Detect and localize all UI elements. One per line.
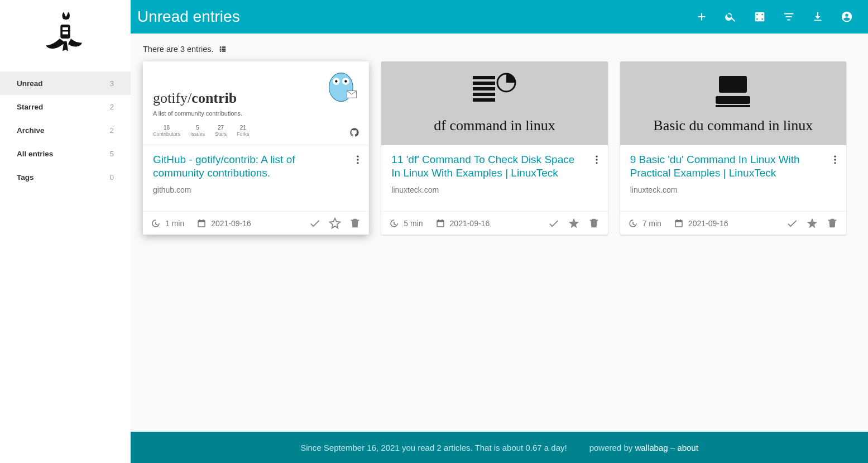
svg-rect-4 <box>222 46 226 47</box>
sidebar-item-label: Tags <box>17 173 34 182</box>
content-area: There are 3 entries. gotify/contribA lis… <box>131 34 868 432</box>
sidebar-item-unread[interactable]: Unread3 <box>0 71 131 95</box>
add-button[interactable] <box>687 0 716 34</box>
entry-menu-button[interactable] <box>352 153 363 166</box>
svg-rect-2 <box>63 32 68 35</box>
filter-button[interactable] <box>774 0 803 34</box>
delete-button[interactable] <box>826 217 838 230</box>
hdd-icon <box>708 73 758 112</box>
sidebar-item-label: Archive <box>17 126 45 135</box>
svg-rect-19 <box>473 98 495 102</box>
star-button[interactable] <box>568 217 580 230</box>
entry-card-body: 9 Basic 'du' Command In Linux With Pract… <box>620 145 846 211</box>
timer-icon <box>151 218 161 228</box>
delete-button[interactable] <box>349 217 361 230</box>
svg-rect-15 <box>473 76 495 79</box>
sidebar-item-starred[interactable]: Starred2 <box>0 95 131 118</box>
entry-domain[interactable]: linuxteck.com <box>630 185 836 194</box>
filter-icon <box>783 11 795 23</box>
sidebar-item-label: Starred <box>17 103 43 111</box>
entry-card-footer: 1 min2021-09-16 <box>143 211 369 235</box>
svg-rect-22 <box>716 96 750 104</box>
entry-preview[interactable]: Basic du command in linux <box>620 61 846 145</box>
entry-read-time: 7 min <box>642 219 661 228</box>
svg-rect-3 <box>219 46 220 47</box>
svg-point-12 <box>335 80 338 82</box>
footer-stats: Since September 16, 2021 you read 2 arti… <box>300 443 567 452</box>
timer-icon <box>628 218 638 228</box>
svg-rect-6 <box>222 49 226 50</box>
export-button[interactable] <box>803 0 832 34</box>
star-button[interactable] <box>329 217 341 230</box>
svg-rect-7 <box>219 50 220 51</box>
entry-title-link[interactable]: GitHub - gotify/contrib: A list of commu… <box>153 153 359 180</box>
sidebar-item-archive[interactable]: Archive2 <box>0 118 131 142</box>
svg-rect-21 <box>719 76 747 93</box>
topbar: Unread entries <box>131 0 868 34</box>
entry-card-body: 11 'df' Command To Check Disk Space In L… <box>381 145 607 211</box>
sidebar-item-label: Unread <box>17 79 43 88</box>
sidebar: Unread3Starred2Archive2All entries5Tags0 <box>0 0 131 463</box>
entry-menu-button[interactable] <box>829 153 841 166</box>
entry-domain[interactable]: github.com <box>153 185 359 194</box>
download-icon <box>812 11 824 23</box>
entry-read-time: 1 min <box>165 219 184 228</box>
gopher-icon <box>323 67 361 105</box>
brand-logo[interactable] <box>0 0 131 71</box>
dice-icon <box>754 11 766 23</box>
entry-card-body: GitHub - gotify/contrib: A list of commu… <box>143 145 369 211</box>
gh-repo-title: gotify/contrib <box>153 90 237 107</box>
footer-about-link[interactable]: about <box>677 443 698 452</box>
gh-stats-row: 18Contributors5Issues27Stars21Forks <box>153 125 250 137</box>
entries-summary-row: There are 3 entries. <box>143 45 856 54</box>
sidebar-item-count: 3 <box>109 79 114 88</box>
delete-button[interactable] <box>588 217 600 230</box>
entry-menu-button[interactable] <box>591 153 602 166</box>
calendar-icon <box>674 218 684 228</box>
entry-title-link[interactable]: 11 'df' Command To Check Disk Space In L… <box>391 153 597 180</box>
entry-card-footer: 7 min2021-09-16 <box>620 211 846 235</box>
sidebar-nav: Unread3Starred2Archive2All entries5Tags0 <box>0 71 131 189</box>
entry-title-link[interactable]: 9 Basic 'du' Command In Linux With Pract… <box>630 153 836 180</box>
star-button[interactable] <box>806 217 818 230</box>
entry-preview[interactable]: df command in linux <box>381 61 607 145</box>
footer-powered-by: powered by wallabag – about <box>589 443 698 452</box>
sidebar-item-count: 5 <box>109 150 114 158</box>
footer-brand-link[interactable]: wallabag <box>635 443 668 452</box>
sidebar-item-tags[interactable]: Tags0 <box>0 165 131 189</box>
page-title: Unread entries <box>137 8 240 26</box>
svg-rect-5 <box>219 49 220 50</box>
svg-rect-23 <box>716 105 750 107</box>
entry-preview[interactable]: gotify/contribA list of community contri… <box>143 61 369 145</box>
entries-summary-text: There are 3 entries. <box>143 45 214 54</box>
entry-domain[interactable]: linuxteck.com <box>391 185 597 194</box>
list-view-toggle[interactable] <box>218 45 227 53</box>
sidebar-item-all-entries[interactable]: All entries5 <box>0 142 131 165</box>
svg-rect-17 <box>473 87 495 90</box>
plus-icon <box>696 11 708 23</box>
entry-card-footer: 5 min2021-09-16 <box>381 211 607 235</box>
search-button[interactable] <box>716 0 745 34</box>
random-button[interactable] <box>745 0 774 34</box>
sidebar-item-label: All entries <box>17 150 53 158</box>
entry-card: df command in linux11 'df' Command To Ch… <box>381 61 607 235</box>
calendar-icon <box>196 218 207 228</box>
account-button[interactable] <box>832 0 861 34</box>
github-icon <box>350 128 359 137</box>
sidebar-item-count: 2 <box>109 103 114 111</box>
entry-read-time: 5 min <box>404 219 423 228</box>
mark-read-button[interactable] <box>786 217 798 230</box>
sidebar-item-count: 2 <box>109 126 114 135</box>
svg-point-13 <box>345 80 347 82</box>
entry-card-grid: gotify/contribA list of community contri… <box>143 61 846 235</box>
calendar-icon <box>435 218 445 228</box>
entry-preview-label: df command in linux <box>434 117 555 134</box>
svg-rect-8 <box>222 50 226 51</box>
mark-read-button[interactable] <box>548 217 560 230</box>
timer-icon <box>389 218 399 228</box>
entry-preview-label: Basic du command in linux <box>653 117 813 134</box>
disk-stack-icon <box>469 73 520 112</box>
svg-rect-18 <box>473 93 495 96</box>
mark-read-button[interactable] <box>309 217 321 230</box>
sidebar-item-count: 0 <box>109 173 114 182</box>
